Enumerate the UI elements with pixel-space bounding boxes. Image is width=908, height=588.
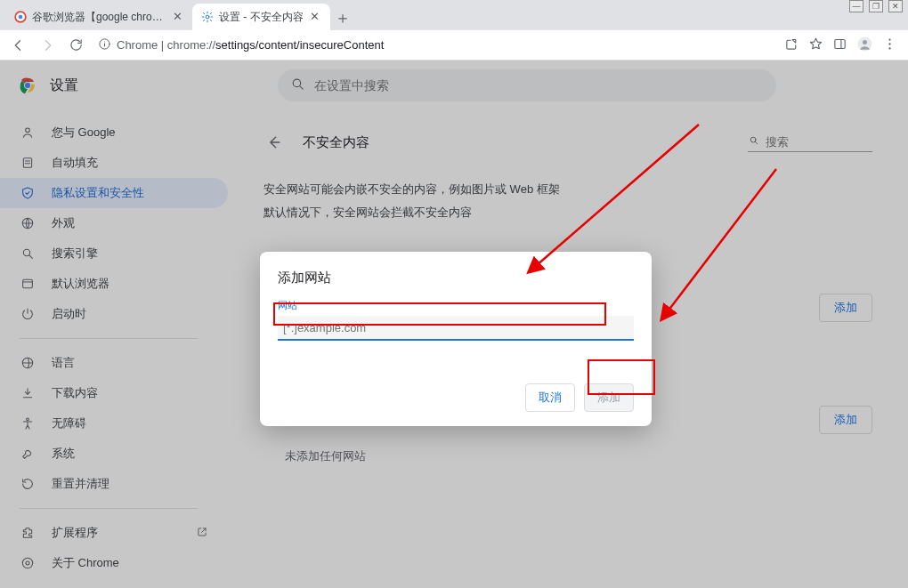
svg-point-2 [206, 15, 209, 19]
forward-button[interactable] [36, 34, 59, 57]
reload-button[interactable] [64, 34, 87, 57]
svg-point-7 [888, 38, 890, 40]
url-text: Chrome | chrome://settings/content/insec… [117, 38, 384, 52]
confirm-add-button[interactable]: 添加 [584, 383, 634, 412]
back-button[interactable] [7, 34, 30, 57]
svg-rect-4 [835, 39, 845, 48]
chrome-favicon-icon [14, 11, 27, 23]
tab-strip: 谷歌浏览器【google chrome】 ✕ 设置 - 不安全内容 ✕ ＋ [0, 0, 908, 30]
bookmark-star-icon[interactable] [808, 36, 823, 54]
os-close-button[interactable]: ✕ [888, 0, 903, 12]
dialog-buttons: 取消 添加 [278, 383, 634, 412]
tab-title: 设置 - 不安全内容 [219, 10, 304, 25]
svg-point-8 [888, 43, 890, 44]
cancel-button[interactable]: 取消 [525, 383, 575, 412]
kebab-menu-icon[interactable] [882, 36, 897, 54]
os-minimize-button[interactable]: — [849, 0, 863, 12]
svg-point-1 [19, 15, 23, 20]
tab-close-icon[interactable]: ✕ [309, 11, 321, 23]
browser-toolbar: Chrome | chrome://settings/content/insec… [0, 30, 908, 60]
tab-active[interactable]: 设置 - 不安全内容 ✕ [192, 4, 330, 30]
add-site-dialog: 添加网站 网站 取消 添加 [260, 252, 652, 426]
side-panel-icon[interactable] [832, 36, 847, 54]
os-restore-button[interactable]: ❐ [869, 0, 883, 12]
os-window-controls: — ❐ ✕ [849, 0, 903, 12]
dialog-field-label: 网站 [278, 299, 634, 312]
share-icon[interactable] [784, 36, 799, 54]
tab-inactive[interactable]: 谷歌浏览器【google chrome】 ✕ [5, 4, 192, 30]
site-info-icon[interactable] [98, 37, 111, 53]
site-url-input[interactable] [278, 316, 634, 341]
settings-gear-icon [201, 11, 214, 23]
new-tab-button[interactable]: ＋ [330, 5, 355, 30]
address-bar[interactable]: Chrome | chrome://settings/content/insec… [93, 37, 779, 53]
svg-point-9 [888, 47, 890, 49]
tab-title: 谷歌浏览器【google chrome】 [32, 10, 166, 25]
dialog-input-wrap [278, 316, 634, 342]
toolbar-right-icons [784, 36, 901, 55]
tab-close-icon[interactable]: ✕ [171, 11, 183, 23]
profile-avatar-icon[interactable] [856, 36, 873, 55]
dialog-title: 添加网站 [278, 270, 634, 286]
svg-point-6 [863, 39, 867, 44]
